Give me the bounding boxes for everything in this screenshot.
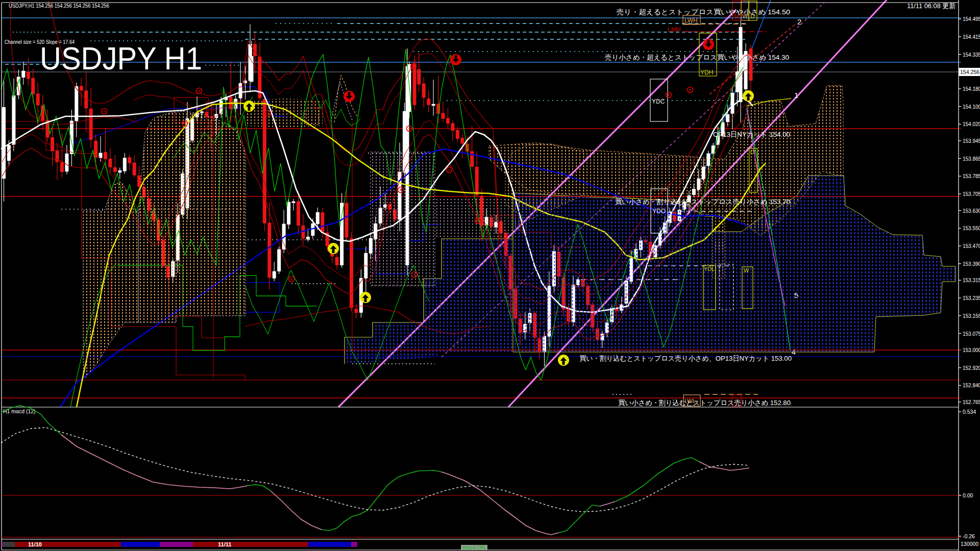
svg-text:LMH: LMH	[668, 26, 680, 33]
svg-text:153.785: 153.785	[963, 173, 980, 179]
svg-text:LWH: LWH	[684, 17, 698, 24]
svg-text:152.840: 152.840	[963, 383, 980, 388]
svg-text:-0.26: -0.26	[963, 533, 975, 539]
svg-text:153.075: 153.075	[963, 331, 980, 337]
svg-text:OP13日NYカット 154.00: OP13日NYカット 154.00	[713, 131, 790, 138]
svg-text:153.945: 153.945	[963, 138, 980, 144]
svg-text:買い・割り込むとストップロス売り小さめ、OP13日NYカット: 買い・割り込むとストップロス売り小さめ、OP13日NYカット 153.00	[579, 355, 792, 362]
svg-text:USDJPY,H1 154.256 154.256 154: USDJPY,H1 154.256 154.256 154.256 154.25…	[9, 3, 109, 9]
svg-text:130000: 130000	[961, 541, 978, 547]
svg-text:153.235: 153.235	[963, 295, 980, 301]
svg-text:2: 2	[797, 17, 801, 26]
svg-text:153.705: 153.705	[963, 191, 980, 197]
svg-text:154.020: 154.020	[963, 121, 980, 127]
svg-text:売り小さめ・超えるとストップロス買いやや小さめ 154.30: 売り小さめ・超えるとストップロス買いやや小さめ 154.30	[605, 54, 789, 61]
svg-text:153.000: 153.000	[963, 347, 980, 353]
svg-text:YDC: YDC	[652, 98, 665, 105]
svg-text:153.390: 153.390	[963, 261, 980, 267]
svg-text:買い小さめ・割り込むとストップロス売り小さめ 153.70: 買い小さめ・割り込むとストップロス売り小さめ 153.70	[615, 198, 790, 206]
svg-text:153.550: 153.550	[963, 226, 980, 231]
svg-text:153.315: 153.315	[963, 278, 980, 283]
svg-text:W: W	[744, 267, 749, 273]
svg-text:0.00: 0.00	[963, 492, 973, 498]
svg-text:D: D	[750, 149, 754, 155]
svg-text:macd ON: macd ON	[462, 544, 485, 550]
svg-text:1: 1	[794, 91, 798, 99]
svg-text:YDH: YDH	[700, 69, 713, 76]
svg-text:11/10: 11/10	[28, 541, 42, 547]
svg-text:154.100: 154.100	[963, 104, 980, 110]
svg-text:152.765: 152.765	[963, 399, 980, 405]
svg-text:154.180: 154.180	[963, 86, 980, 92]
svg-text:YDL: YDL	[704, 266, 715, 272]
svg-text:154.256: 154.256	[960, 69, 979, 75]
svg-text:売り・超えるとストップロス買いやや小さめ 154.50: 売り・超えるとストップロス買いやや小さめ 154.50	[617, 8, 790, 16]
svg-text:153.470: 153.470	[963, 243, 980, 249]
svg-text:11/11: 11/11	[218, 541, 231, 547]
svg-text:YDO: YDO	[652, 208, 666, 215]
svg-text:11/11 06:08 更新: 11/11 06:08 更新	[907, 2, 955, 10]
svg-text:154.415: 154.415	[963, 34, 980, 40]
svg-text:153.865: 153.865	[963, 156, 980, 162]
svg-text:152.920: 152.920	[963, 365, 980, 371]
svg-text:153.630: 153.630	[963, 208, 980, 214]
svg-text:153.155: 153.155	[963, 313, 980, 319]
svg-text:154.495: 154.495	[963, 16, 980, 22]
svg-text:154.335: 154.335	[963, 52, 980, 58]
svg-text:買い小さめ・割り込むとストップロス売り小さめ 152.80: 買い小さめ・割り込むとストップロス売り小さめ 152.80	[618, 399, 791, 407]
svg-text:USDJPY H1: USDJPY H1	[40, 40, 202, 76]
svg-text:0.534: 0.534	[963, 409, 976, 415]
